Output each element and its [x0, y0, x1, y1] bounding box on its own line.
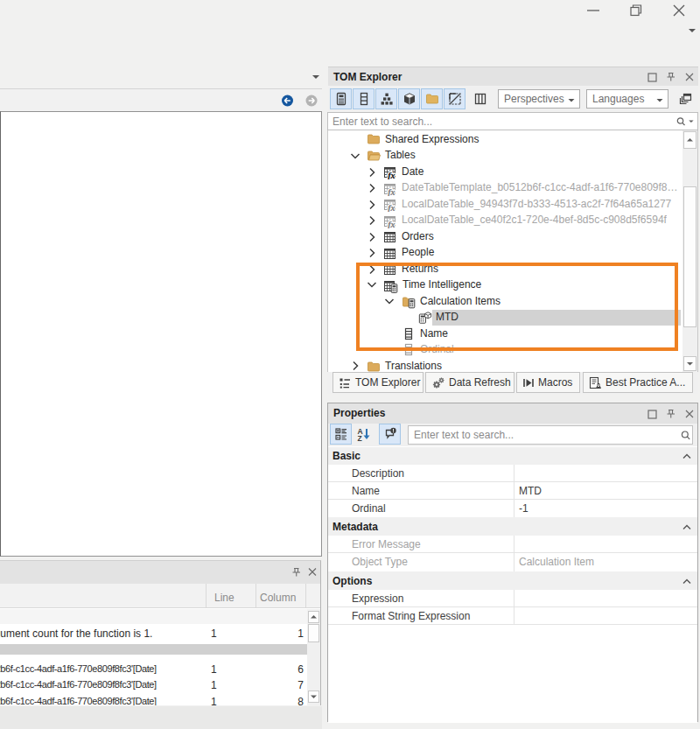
- svg-text:fx: fx: [388, 187, 395, 196]
- svg-text:fx: fx: [388, 203, 395, 212]
- svg-text:fx: fx: [388, 171, 395, 179]
- svg-text:fx: fx: [388, 220, 395, 228]
- svg-text:Z: Z: [358, 434, 362, 442]
